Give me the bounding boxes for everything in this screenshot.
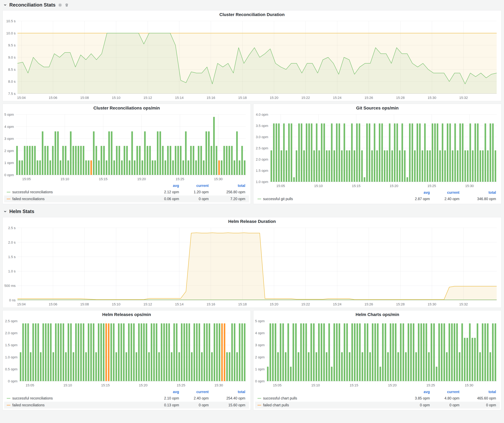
legend-col-total[interactable]: total <box>459 390 496 394</box>
legend-series-label[interactable]: successful reconciliations <box>7 190 152 194</box>
y-tick-label: 1.0 opm <box>5 355 18 359</box>
legend-series-marker-icon <box>7 398 11 399</box>
legend-series-label[interactable]: failed reconciliations <box>7 403 152 407</box>
legend-series-name: successful reconciliations <box>12 396 53 400</box>
panel-title[interactable]: Git Sources ops/min <box>253 104 501 112</box>
y-tick-label: 0 opm <box>8 379 18 383</box>
y-tick-label: 2.0 opm <box>5 331 18 335</box>
chart-helm-charts-opm[interactable]: 0 opm1 opm2 opm3 opm4 opm5 opm15:0515:10… <box>253 319 501 388</box>
legend-col-current[interactable]: current <box>430 190 459 195</box>
legend-series-marker-icon <box>7 405 11 405</box>
y-tick-label: 9.5 s <box>8 43 16 47</box>
x-tick-label: 15:24 <box>333 302 342 306</box>
y-tick-label: 2 opm <box>4 149 14 153</box>
panel-title[interactable]: Cluster Reconciliations ops/min <box>3 104 251 112</box>
legend-col-current[interactable]: current <box>179 184 209 188</box>
x-tick-label: 15:04 <box>17 96 26 100</box>
panel-git-sources-opm: Git Sources ops/min 1.0 opm1.5 opm2.0 op… <box>253 104 502 204</box>
legend-row: successful reconciliations2.10 opm2.40 o… <box>4 395 249 402</box>
legend-value-current: 4.80 opm <box>430 396 459 400</box>
legend-col-total[interactable]: total <box>209 390 245 394</box>
legend-series-marker-icon <box>7 199 11 199</box>
legend-series-label[interactable]: successful git pulls <box>258 197 402 201</box>
chart-svg: 0 opm0.5 opm1.0 opm1.5 opm2.0 opm2.5 opm… <box>3 319 251 388</box>
x-tick-label: 15:28 <box>396 96 405 100</box>
legend-col-total[interactable]: total <box>209 184 245 188</box>
panel-title[interactable]: Helm Release Duration <box>3 217 501 226</box>
x-tick-label: 15:05 <box>276 184 285 188</box>
legend-col-total[interactable]: total <box>459 190 496 195</box>
y-tick-label: 8.5 s <box>8 68 16 71</box>
legend-col-avg[interactable]: avg <box>152 390 179 394</box>
x-tick-label: 15:10 <box>112 96 120 100</box>
x-tick-label: 15:25 <box>426 383 435 387</box>
legend-value-avg: 2.87 opm <box>402 197 430 201</box>
section-header-reconciliation-stats[interactable]: Reconciliation Stats <box>3 1 69 9</box>
x-tick-label: 15:12 <box>143 96 152 100</box>
x-tick-label: 15:25 <box>176 177 184 181</box>
chart-cluster-reconciliation-duration[interactable]: 7.5 s8.0 s8.5 s9.0 s9.5 s10.0 s10.5 s15:… <box>3 19 501 101</box>
legend-value-avg: 0.06 opm <box>152 197 179 201</box>
legend-header: avgcurrenttotal <box>255 389 500 395</box>
legend-col-avg[interactable]: avg <box>402 190 430 195</box>
x-tick-label: 15:04 <box>17 302 26 306</box>
y-tick-label: 4.0 opm <box>256 113 268 117</box>
panel-title[interactable]: Helm Charts ops/min <box>253 310 501 319</box>
legend-series-label[interactable]: failed chart pulls <box>258 403 402 407</box>
legend-series-label[interactable]: failed reconciliations <box>7 197 152 201</box>
legend-col-avg[interactable]: avg <box>402 390 430 394</box>
legend-series-label[interactable]: successful reconciliations <box>7 396 152 400</box>
y-tick-label: 2.5 opm <box>256 146 268 150</box>
legend-series-name: successful reconciliations <box>12 190 53 194</box>
x-tick-label: 15:20 <box>270 302 278 306</box>
x-tick-label: 15:28 <box>396 302 405 306</box>
gear-icon[interactable] <box>58 3 62 7</box>
legend-value-current: 0 opm <box>179 197 209 201</box>
chart-helm-releases-opm[interactable]: 0 opm0.5 opm1.0 opm1.5 opm2.0 opm2.5 opm… <box>3 319 251 388</box>
y-tick-label: 0 opm <box>255 379 265 383</box>
y-tick-label: 3.5 opm <box>256 124 268 128</box>
legend-row: successful reconciliations2.12 opm1.20 o… <box>4 189 249 195</box>
legend-value-total: 7.20 opm <box>209 197 245 201</box>
y-tick-label: 0.5 opm <box>5 367 18 371</box>
panel-title[interactable]: Cluster Reconciliation Duration <box>3 11 501 19</box>
chart-svg: 0 opm1 opm2 opm3 opm4 opm5 opm15:0515:10… <box>253 319 501 388</box>
x-tick-label: 15:20 <box>388 383 397 387</box>
legend-row: failed reconciliations0.06 opm0 opm7.20 … <box>4 195 249 202</box>
legend-value-total: 254.40 opm <box>209 396 245 400</box>
y-tick-label: 9.0 s <box>8 55 16 59</box>
y-tick-label: 1.0 opm <box>256 180 268 184</box>
y-tick-label: 2.5 opm <box>5 319 18 323</box>
x-tick-label: 15:24 <box>333 96 342 100</box>
y-tick-label: 3.0 opm <box>256 135 268 139</box>
legend-series-label[interactable]: successful chart pulls <box>258 396 402 400</box>
chart-helm-release-duration[interactable]: 0 ns500 ms1.0 s1.5 s2.0 s2.5 s15:0415:06… <box>3 226 501 308</box>
y-tick-label: 10.0 s <box>6 31 16 35</box>
chart-cluster-reconciliations-opm[interactable]: 0 opm1 opm2 opm3 opm4 opm5 opm15:0515:10… <box>3 112 251 182</box>
legend-col-current[interactable]: current <box>179 390 209 394</box>
trash-icon[interactable] <box>65 3 69 7</box>
legend-col-current[interactable]: current <box>430 390 459 394</box>
legend-value-avg: 0.13 opm <box>152 403 179 407</box>
chevron-down-icon[interactable] <box>3 210 7 213</box>
legend-col-avg[interactable]: avg <box>152 184 179 188</box>
legend-series-marker-icon <box>258 199 261 199</box>
chart-git-sources-opm[interactable]: 1.0 opm1.5 opm2.0 opm2.5 opm3.0 opm3.5 o… <box>253 112 501 189</box>
x-tick-label: 15:10 <box>314 184 323 188</box>
x-tick-label: 15:06 <box>49 96 57 100</box>
chart-svg: 1.0 opm1.5 opm2.0 opm2.5 opm3.0 opm3.5 o… <box>253 112 501 189</box>
chevron-down-icon[interactable] <box>3 3 7 7</box>
legend-value-current: 0 opm <box>179 403 209 407</box>
legend-row: successful chart pulls3.85 opm4.80 opm46… <box>255 395 500 402</box>
chart-svg: 0 opm1 opm2 opm3 opm4 opm5 opm15:0515:10… <box>3 112 251 182</box>
x-tick-label: 15:16 <box>207 302 215 306</box>
section-header-helm-stats[interactable]: Helm Stats <box>3 208 34 215</box>
panel-title[interactable]: Helm Releases ops/min <box>3 310 251 319</box>
y-tick-label: 1.5 opm <box>256 169 268 173</box>
x-tick-label: 15:25 <box>427 184 436 188</box>
legend-helm-charts: avgcurrenttotalsuccessful chart pulls3.8… <box>253 388 501 410</box>
y-tick-label: 2.0 opm <box>256 158 268 161</box>
x-tick-label: 15:10 <box>61 177 69 181</box>
section-title: Reconciliation Stats <box>9 2 55 8</box>
y-tick-label: 10.5 s <box>6 19 16 23</box>
